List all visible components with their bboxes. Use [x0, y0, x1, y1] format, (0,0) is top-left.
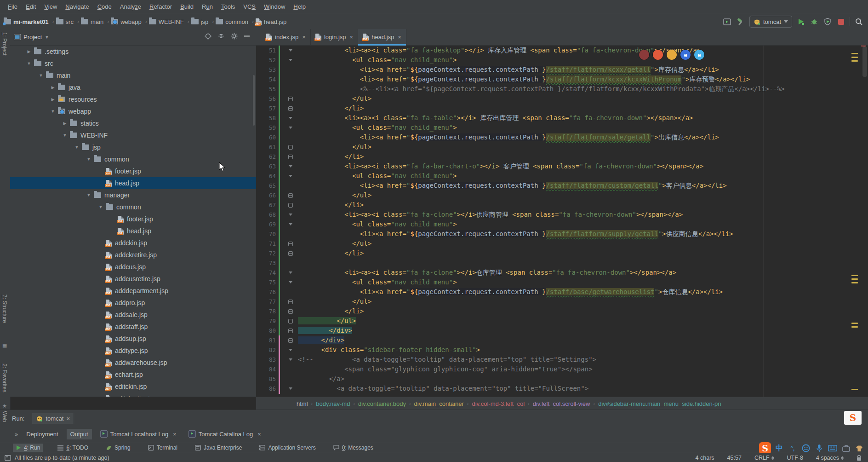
tree-item-src[interactable]: ▼src: [10, 58, 256, 69]
gutter-fold-column[interactable]: [282, 181, 298, 191]
breadcrumb-item[interactable]: common: [216, 18, 248, 25]
search-everywhere-icon[interactable]: [854, 17, 863, 26]
expanded-arrow-icon[interactable]: ▼: [48, 109, 58, 114]
tool-window-button-6-todo[interactable]: 6: TODO: [55, 444, 91, 452]
browser-icon-3[interactable]: [667, 50, 677, 60]
tree-item-WEB-INF[interactable]: ▼WEB-INF: [10, 129, 256, 141]
run-configuration-dropdown[interactable]: tomcat: [749, 16, 792, 28]
fold-closed-icon[interactable]: [288, 145, 293, 150]
fold-closed-icon[interactable]: [288, 309, 293, 314]
fold-closed-icon[interactable]: [288, 155, 293, 159]
structure-icon[interactable]: ▦: [2, 342, 7, 348]
fold-open-icon[interactable]: [289, 387, 292, 390]
tree-scrollbar[interactable]: [253, 75, 255, 126]
expanded-arrow-icon[interactable]: ▼: [60, 133, 70, 138]
gutter-fold-column[interactable]: [282, 104, 298, 113]
tree-item-head-jsp[interactable]: JSPhead.jsp: [10, 177, 256, 189]
menu-help[interactable]: Help: [289, 0, 310, 14]
gutter-fold-column[interactable]: [282, 171, 298, 181]
fold-closed-icon[interactable]: [288, 338, 293, 343]
fold-open-icon[interactable]: [289, 165, 292, 167]
input-method-badge[interactable]: S: [844, 411, 862, 425]
indent-selector[interactable]: 4 spaces: [816, 455, 844, 461]
fold-closed-icon[interactable]: [288, 329, 293, 333]
favorites-star-icon[interactable]: ★: [2, 403, 7, 409]
collapsed-arrow-icon[interactable]: ▶: [60, 121, 70, 126]
fold-closed-icon[interactable]: [288, 203, 293, 208]
encoding-selector[interactable]: UTF-8: [787, 455, 803, 461]
menu-vcs[interactable]: VCS: [239, 0, 260, 14]
locate-file-icon[interactable]: [205, 33, 211, 40]
hide-panel-icon[interactable]: [244, 35, 250, 37]
gutter-fold-column[interactable]: [282, 229, 298, 239]
caret-position[interactable]: 45:57: [727, 455, 742, 461]
tool-window-button-spring[interactable]: Spring: [103, 444, 133, 452]
tool-window-button-application-servers[interactable]: Application Servers: [257, 444, 318, 452]
gutter-fold-column[interactable]: [282, 287, 298, 297]
menu-edit[interactable]: Edit: [22, 0, 40, 14]
gutter-fold-column[interactable]: [282, 268, 298, 277]
menu-tools[interactable]: Tools: [217, 0, 239, 14]
stop-button[interactable]: [836, 17, 845, 26]
menu-refactor[interactable]: Refactor: [145, 0, 176, 14]
menu-code[interactable]: Code: [93, 0, 116, 14]
tool-window-button-java-enterprise[interactable]: Java Enterprise: [192, 444, 245, 452]
project-panel-header[interactable]: Project ▼: [10, 29, 256, 46]
fold-open-icon[interactable]: [289, 59, 292, 61]
stripe-button--structure[interactable]: 7: Structure: [1, 295, 8, 323]
fold-closed-icon[interactable]: [288, 97, 293, 101]
fold-open-icon[interactable]: [289, 117, 292, 119]
gutter-fold-column[interactable]: [282, 219, 298, 229]
breadcrumb-item[interactable]: mi-market01: [4, 18, 49, 25]
collapse-all-icon[interactable]: [218, 33, 224, 40]
gutter-fold-column[interactable]: [282, 374, 298, 384]
gutter-fold-column[interactable]: [282, 316, 298, 326]
breadcrumb-element[interactable]: div.main_container: [414, 400, 464, 407]
gutter-fold-column[interactable]: [282, 306, 298, 316]
menu-view[interactable]: View: [40, 0, 61, 14]
tree-item-addwarehouse-jsp[interactable]: JSPaddwarehouse.jsp: [10, 357, 256, 369]
breadcrumb-element[interactable]: div.col-md-3.left_col: [472, 400, 525, 407]
gutter-fold-column[interactable]: [282, 210, 298, 219]
editor-tab-login-jsp[interactable]: JSPlogin.jsp×: [311, 29, 358, 45]
tree-item-statics[interactable]: ▶statics: [10, 117, 256, 129]
tree-item-jsp[interactable]: ▼jsp: [10, 141, 256, 153]
tree-item-echart-jsp[interactable]: JSPechart.jsp: [10, 369, 256, 381]
tree-item-addckin-jsp[interactable]: JSPaddckin.jsp: [10, 237, 256, 249]
expanded-arrow-icon[interactable]: ▼: [84, 157, 94, 162]
expanded-arrow-icon[interactable]: ▼: [84, 193, 94, 197]
expanded-arrow-icon[interactable]: ▼: [36, 73, 46, 78]
gutter-fold-column[interactable]: [282, 277, 298, 287]
expanded-arrow-icon[interactable]: ▼: [72, 145, 82, 150]
fold-open-icon[interactable]: [289, 49, 292, 52]
expanded-arrow-icon[interactable]: ▼: [24, 61, 34, 66]
tree-item-editckin-jsp[interactable]: JSPeditckin.jsp: [10, 381, 256, 393]
tree-item-addsale-jsp[interactable]: JSPaddsale.jsp: [10, 309, 256, 321]
chinese-mode-icon[interactable]: 中: [774, 443, 784, 453]
run-with-coverage-button[interactable]: [823, 17, 832, 26]
fold-closed-icon[interactable]: [288, 106, 293, 111]
tree-item-manager[interactable]: ▼manager: [10, 189, 256, 201]
gutter-fold-column[interactable]: [282, 364, 298, 374]
punctuation-icon[interactable]: °,: [788, 443, 798, 453]
panel-tab-deployment[interactable]: Deployment: [23, 429, 62, 439]
run-panel-tab[interactable]: tomcat ×: [32, 413, 74, 424]
gutter-fold-column[interactable]: [282, 94, 298, 104]
fold-closed-icon[interactable]: [288, 193, 293, 198]
tool-window-button-4-run[interactable]: 4: Run: [13, 444, 43, 452]
tree-item-addstaff-jsp[interactable]: JSPaddstaff.jsp: [10, 321, 256, 333]
panel-tab-tomcat-catalina-log[interactable]: Tomcat Catalina Log×: [185, 428, 265, 439]
gutter-fold-column[interactable]: [282, 335, 298, 345]
collapsed-arrow-icon[interactable]: ▶: [24, 49, 34, 54]
tree-item-java[interactable]: ▶java: [10, 81, 256, 93]
breadcrumb-item[interactable]: WEB-INF: [149, 18, 184, 25]
menu-analyze[interactable]: Analyze: [116, 0, 145, 14]
gutter-fold-column[interactable]: [282, 200, 298, 210]
collapsed-arrow-icon[interactable]: ▶: [48, 97, 58, 102]
gutter-fold-column[interactable]: [282, 75, 298, 84]
gutter-fold-column[interactable]: [282, 258, 298, 268]
fold-open-icon[interactable]: [289, 358, 292, 361]
tool-window-button-terminal[interactable]: Terminal: [145, 444, 180, 452]
debug-button[interactable]: [810, 17, 819, 26]
close-icon[interactable]: ×: [350, 34, 354, 40]
